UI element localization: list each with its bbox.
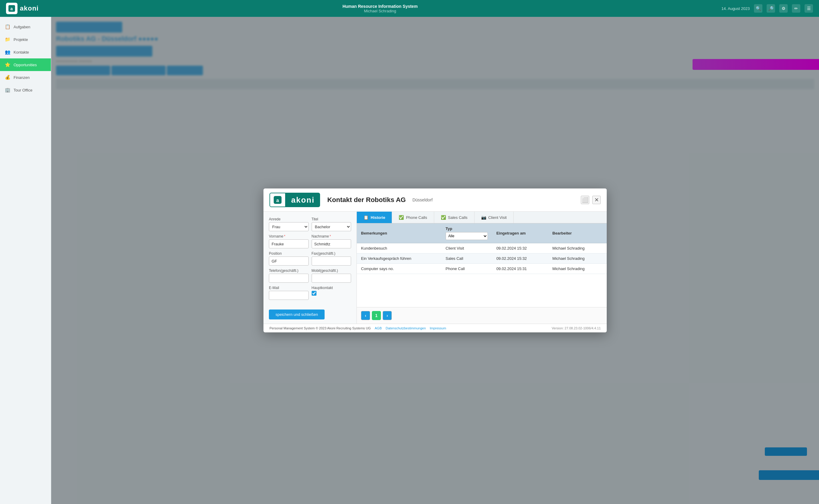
modal-logo-text: akoni [286,193,320,207]
hauptkontakt-checkbox-row [312,291,351,296]
topbar-user: Michael Schrading [43,9,717,13]
tab-sales-calls[interactable]: ✅ Sales Calls [434,212,475,223]
form-row-telefon-mobil: Telefon(geschäftl.) Mobil(geschäftl.) [269,269,351,283]
modal-logo-box: a [269,193,286,207]
cell-typ: Phone Call [441,264,492,274]
table-row: Computer says no. Phone Call 09.02.2024 … [357,264,607,274]
tab-label: Client Visit [488,215,507,220]
nachname-input[interactable] [312,239,351,248]
sidebar-item-label: Tour Office [14,88,33,92]
sidebar-item-projekte[interactable]: 📁 Projekte [0,33,51,46]
next-page-button[interactable]: › [383,311,392,320]
form-group-position: Position [269,251,309,266]
zoom-in-icon[interactable]: 🔎 [767,4,775,13]
opportunities-icon: ⭐ [5,62,11,67]
form-group-telefon: Telefon(geschäftl.) [269,269,309,283]
col-bearbeiter: Bearbeiter [548,223,607,243]
cell-eingetragen: 09.02.2024 15:32 [492,254,548,264]
modal-overlay: a akoni Kontakt der Robotiks AG Düsseldo… [51,17,819,504]
position-input[interactable] [269,257,309,266]
main-content: Robotiks AG - Düsseldorf ●●●●● ●●●●●●●●●… [51,17,819,504]
telefon-input[interactable] [269,274,309,283]
anrede-select[interactable]: Frau Herr Divers [269,222,309,231]
sidebar-item-finanzen[interactable]: 💰 Finanzen [0,71,51,84]
fax-label: Fax(geschäftl.) [312,251,351,256]
topbar-date: 14. August 2023 [721,6,750,11]
cell-eingetragen: 09.02.2024 15:31 [492,264,548,274]
hauptkontakt-checkbox[interactable] [312,291,316,296]
nachname-label: Nachname* [312,234,351,238]
footer-links: AGB Datenschutzbestimmungen Impressum [372,326,446,330]
main-layout: 📋 Aufgaben 📁 Projekte 👥 Kontakte ⭐ Oppor… [0,17,819,504]
col-eingetragen: Eingetragen am [492,223,548,243]
fax-input[interactable] [312,257,351,266]
telefon-label: Telefon(geschäftl.) [269,269,309,273]
form-group-hauptkontakt: Hauptkontakt [312,286,351,300]
form-row-anrede-titel: Anrede Frau Herr Divers Titel B [269,217,351,231]
topbar-system-name: Human Resource Information System [43,4,717,9]
settings-icon[interactable]: ⚙ [779,4,788,13]
form-group-mobil: Mobil(geschäftl.) [312,269,351,283]
footer-agb-link[interactable]: AGB [375,326,382,330]
menu-icon[interactable]: ☰ [805,4,813,13]
modal-subtitle: Düsseldorf [413,198,433,202]
cell-bearbeiter: Michael Schrading [548,254,607,264]
sidebar-item-tour-office[interactable]: 🏢 Tour Office [0,84,51,96]
sidebar-item-label: Opportunities [14,63,37,67]
table-row: Kundenbesuch Client Visit 09.02.2024 15:… [357,243,607,254]
history-table: Bemerkungen Typ Alle Client Visit [357,223,607,274]
tour-office-icon: 🏢 [5,87,11,93]
mobil-input[interactable] [312,274,351,283]
sidebar-item-label: Projekte [14,37,28,42]
cell-bemerkung: Kundenbesuch [357,243,441,254]
prev-page-button[interactable]: ‹ [361,311,370,320]
page-1-button[interactable]: 1 [372,311,381,320]
tab-phone-calls[interactable]: ✅ Phone Calls [392,212,434,223]
cell-bearbeiter: Michael Schrading [548,264,607,274]
table-header-row: Bemerkungen Typ Alle Client Visit [357,223,607,243]
close-button[interactable]: ✕ [592,196,601,204]
maximize-button[interactable]: ⬜ [581,196,589,204]
tab-panel: 📋 Historie ✅ Phone Calls ✅ Sales Calls [357,212,607,324]
tab-label: Historie [371,215,385,220]
topbar-logo-text: akoni [20,5,39,12]
tab-label: Phone Calls [406,215,427,220]
modal-body: Anrede Frau Herr Divers Titel B [263,212,607,324]
sidebar-item-aufgaben[interactable]: 📋 Aufgaben [0,20,51,33]
cell-bemerkung: Ein Verkaufsgespräch führen [357,254,441,264]
hauptkontakt-label: Hauptkontakt [312,286,351,290]
vorname-input[interactable] [269,239,309,248]
anrede-label: Anrede [269,217,309,221]
tab-client-visit[interactable]: 📷 Client Visit [475,212,514,223]
tab-label: Sales Calls [448,215,468,220]
search-icon[interactable]: 🔍 [754,4,762,13]
save-button[interactable]: speichern und schließen [269,310,325,319]
sidebar-item-label: Aufgaben [14,25,30,29]
email-label: E-Mail [269,286,309,290]
typ-filter-select[interactable]: Alle Client Visit Sales Call Phone Call [446,232,488,240]
titel-select[interactable]: Bachelor Master Dr. Prof. [312,222,351,231]
topbar-logo: a akoni [6,3,39,14]
email-input[interactable] [269,291,309,300]
form-panel: Anrede Frau Herr Divers Titel B [263,212,357,324]
form-group-anrede: Anrede Frau Herr Divers [269,217,309,231]
phone-calls-tab-icon: ✅ [399,215,404,220]
edit-icon[interactable]: ✏ [792,4,800,13]
projekte-icon: 📁 [5,37,11,42]
sidebar-item-opportunities[interactable]: ⭐ Opportunities [0,58,51,71]
form-group-email: E-Mail [269,286,309,300]
vorname-label: Vorname* [269,234,309,238]
footer-copyright-text: Personal Management System © 2023 Akoni … [269,326,371,330]
tab-bar: 📋 Historie ✅ Phone Calls ✅ Sales Calls [357,212,607,223]
form-group-titel: Titel Bachelor Master Dr. Prof. [312,217,351,231]
client-visit-tab-icon: 📷 [481,215,486,220]
footer-impressum-link[interactable]: Impressum [430,326,446,330]
form-group-fax: Fax(geschäftl.) [312,251,351,266]
tab-historie[interactable]: 📋 Historie [357,212,392,223]
table-body: Kundenbesuch Client Visit 09.02.2024 15:… [357,243,607,274]
svg-text:a: a [11,6,13,11]
modal-footer: Personal Management System © 2023 Akoni … [263,324,607,332]
footer-datenschutz-link[interactable]: Datenschutzbestimmungen [386,326,426,330]
sidebar-item-kontakte[interactable]: 👥 Kontakte [0,46,51,58]
cell-typ: Client Visit [441,243,492,254]
